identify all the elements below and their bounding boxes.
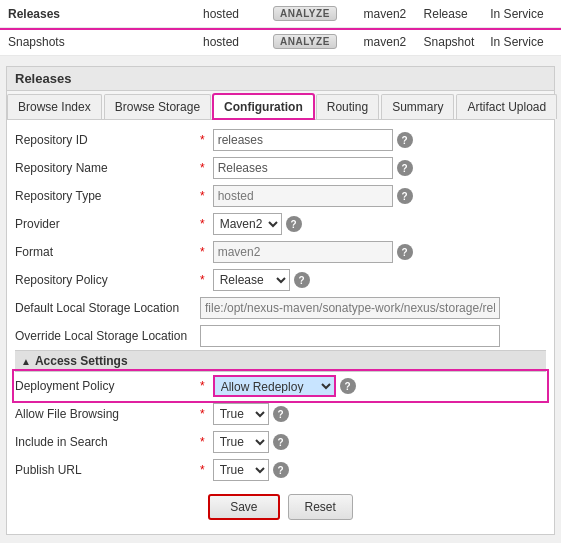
repository-name-label: Repository Name xyxy=(15,161,200,175)
repository-table: Releases hosted ANALYZE maven2 Release I… xyxy=(0,0,561,56)
provider-control: * Maven2 ? xyxy=(200,213,546,235)
repository-id-control: * ? xyxy=(200,129,546,151)
button-row: Save Reset xyxy=(15,484,546,528)
analyze-cell[interactable]: ANALYZE xyxy=(265,0,356,28)
required-star: * xyxy=(200,161,205,175)
repo-type2: hosted xyxy=(195,28,265,56)
tab-browse-index[interactable]: Browse Index xyxy=(7,94,102,119)
repository-type-help-icon[interactable]: ? xyxy=(397,188,413,204)
include-in-search-row: Include in Search * True False ? xyxy=(15,428,546,456)
repository-id-input[interactable] xyxy=(213,129,393,151)
provider-select[interactable]: Maven2 xyxy=(213,213,282,235)
deployment-policy-row: Deployment Policy * Allow Redeploy Disab… xyxy=(15,372,546,400)
repository-policy-control: * Release Snapshot ? xyxy=(200,269,546,291)
repo-format: maven2 xyxy=(356,0,416,28)
repository-type-row: Repository Type * ? xyxy=(15,182,546,210)
tab-routing[interactable]: Routing xyxy=(316,94,379,119)
publish-url-help-icon[interactable]: ? xyxy=(273,462,289,478)
repository-name-help-icon[interactable]: ? xyxy=(397,160,413,176)
publish-url-select[interactable]: True False xyxy=(213,459,269,481)
deployment-policy-control: * Allow Redeploy Disable Redeploy Read O… xyxy=(200,375,546,397)
reset-button[interactable]: Reset xyxy=(288,494,353,520)
override-storage-label: Override Local Storage Location xyxy=(15,329,200,343)
required-star: * xyxy=(200,463,205,477)
repository-name-input[interactable] xyxy=(213,157,393,179)
override-storage-input[interactable] xyxy=(200,325,500,347)
repository-type-input xyxy=(213,185,393,207)
tab-bar: Browse IndexBrowse StorageConfigurationR… xyxy=(7,91,554,120)
table-row[interactable]: Snapshots hosted ANALYZE maven2 Snapshot… xyxy=(0,28,561,56)
allow-file-browsing-help-icon[interactable]: ? xyxy=(273,406,289,422)
required-star: * xyxy=(200,245,205,259)
format-label: Format xyxy=(15,245,200,259)
analyze-button[interactable]: ANALYZE xyxy=(273,6,337,21)
required-star: * xyxy=(200,217,205,231)
repository-id-row: Repository ID * ? xyxy=(15,126,546,154)
include-in-search-control: * True False ? xyxy=(200,431,546,453)
override-storage-control xyxy=(200,325,546,347)
repo-status: In Service xyxy=(482,0,561,28)
tab-configuration[interactable]: Configuration xyxy=(213,94,314,119)
default-storage-row: Default Local Storage Location xyxy=(15,294,546,322)
format-input xyxy=(213,241,393,263)
tab-artifact-upload[interactable]: Artifact Upload xyxy=(456,94,557,119)
format-control: * ? xyxy=(200,241,546,263)
repo-status: In Service xyxy=(482,28,561,56)
deployment-policy-select[interactable]: Allow Redeploy Disable Redeploy Read Onl… xyxy=(213,375,336,397)
repo-format: maven2 xyxy=(356,28,416,56)
override-storage-row: Override Local Storage Location xyxy=(15,322,546,350)
required-star: * xyxy=(200,379,205,393)
analyze-cell[interactable]: ANALYZE xyxy=(265,28,356,56)
repository-type-label: Repository Type xyxy=(15,189,200,203)
tab-summary[interactable]: Summary xyxy=(381,94,454,119)
include-in-search-label: Include in Search xyxy=(15,435,200,449)
section-title: Releases xyxy=(7,67,554,91)
save-button[interactable]: Save xyxy=(208,494,279,520)
repository-id-help-icon[interactable]: ? xyxy=(397,132,413,148)
allow-file-browsing-select[interactable]: True False xyxy=(213,403,269,425)
default-storage-control xyxy=(200,297,546,319)
include-in-search-select[interactable]: True False xyxy=(213,431,269,453)
repository-policy-row: Repository Policy * Release Snapshot ? xyxy=(15,266,546,294)
default-storage-input xyxy=(200,297,500,319)
repo-name: Releases xyxy=(0,0,115,28)
deployment-policy-help-icon[interactable]: ? xyxy=(340,378,356,394)
include-in-search-help-icon[interactable]: ? xyxy=(273,434,289,450)
allow-file-browsing-control: * True False ? xyxy=(200,403,546,425)
provider-help-icon[interactable]: ? xyxy=(286,216,302,232)
provider-label: Provider xyxy=(15,217,200,231)
required-star: * xyxy=(200,407,205,421)
releases-section: Releases Browse IndexBrowse StorageConfi… xyxy=(6,66,555,535)
format-help-icon[interactable]: ? xyxy=(397,244,413,260)
provider-row: Provider * Maven2 ? xyxy=(15,210,546,238)
repository-policy-help-icon[interactable]: ? xyxy=(294,272,310,288)
publish-url-control: * True False ? xyxy=(200,459,546,481)
repo-type xyxy=(115,0,195,28)
format-row: Format * ? xyxy=(15,238,546,266)
repository-name-control: * ? xyxy=(200,157,546,179)
required-star: * xyxy=(200,273,205,287)
repository-policy-label: Repository Policy xyxy=(15,273,200,287)
collapse-icon: ▲ xyxy=(21,356,31,367)
required-star: * xyxy=(200,435,205,449)
repo-name: Snapshots xyxy=(0,28,115,56)
repo-type xyxy=(115,28,195,56)
access-settings-header[interactable]: ▲ Access Settings xyxy=(15,350,546,372)
publish-url-row: Publish URL * True False ? xyxy=(15,456,546,484)
required-star: * xyxy=(200,189,205,203)
allow-file-browsing-row: Allow File Browsing * True False ? xyxy=(15,400,546,428)
repository-id-label: Repository ID xyxy=(15,133,200,147)
repo-type2: hosted xyxy=(195,0,265,28)
publish-url-label: Publish URL xyxy=(15,463,200,477)
configuration-form: Repository ID * ? Repository Name * ? Re… xyxy=(7,120,554,534)
analyze-button[interactable]: ANALYZE xyxy=(273,34,337,49)
repo-policy: Release xyxy=(416,0,483,28)
tab-browse-storage[interactable]: Browse Storage xyxy=(104,94,211,119)
repo-policy: Snapshot xyxy=(416,28,483,56)
allow-file-browsing-label: Allow File Browsing xyxy=(15,407,200,421)
repository-policy-select[interactable]: Release Snapshot xyxy=(213,269,290,291)
repository-name-row: Repository Name * ? xyxy=(15,154,546,182)
deployment-policy-label: Deployment Policy xyxy=(15,379,200,393)
access-settings-label: Access Settings xyxy=(35,354,128,368)
table-row[interactable]: Releases hosted ANALYZE maven2 Release I… xyxy=(0,0,561,28)
